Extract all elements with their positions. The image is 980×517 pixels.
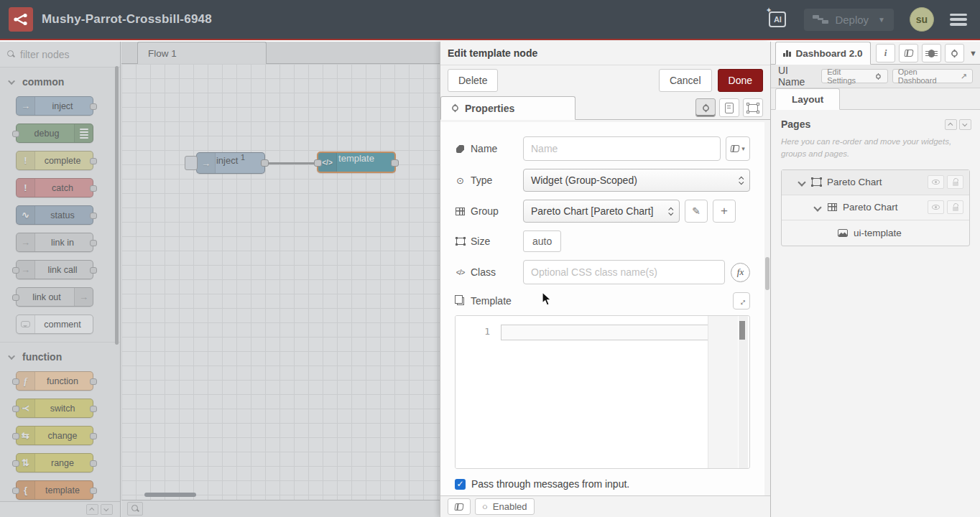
delete-button[interactable]: Delete [448, 69, 498, 92]
main-menu-button[interactable] [950, 14, 967, 26]
tree-row-widget[interactable]: ui-template [782, 220, 969, 246]
palette-node-template[interactable]: { template [16, 480, 93, 500]
input-port [12, 131, 19, 137]
template-field-label: Template [455, 295, 512, 307]
visibility-button[interactable] [928, 200, 944, 214]
output-port[interactable] [261, 159, 269, 167]
ai-assistant-button[interactable]: ✦ AI [767, 9, 788, 30]
input-port [12, 378, 19, 385]
deploy-caret-icon[interactable]: ▼ [878, 16, 885, 24]
output-port [90, 213, 97, 219]
output-port[interactable] [391, 159, 399, 167]
sidebar-menu-caret[interactable]: ▼ [969, 49, 977, 57]
add-group-button[interactable]: + [713, 200, 736, 223]
output-port [90, 488, 97, 494]
description-view-button[interactable] [719, 98, 739, 117]
palette-node-comment[interactable]: comment [16, 315, 93, 334]
unlock-icon [953, 207, 958, 211]
tree-row-page[interactable]: Pareto Chart [782, 170, 969, 195]
visibility-button[interactable] [928, 175, 944, 189]
flow-node-ui-template[interactable]: </> template [317, 152, 396, 173]
palette-scrollbar[interactable] [115, 66, 119, 345]
wire[interactable] [265, 162, 317, 164]
palette-node-status[interactable]: ∿ status [16, 205, 93, 225]
lock-button[interactable] [947, 200, 963, 214]
tray-scrollbar[interactable] [765, 257, 769, 290]
page-icon [812, 178, 821, 186]
name-input[interactable] [523, 136, 721, 161]
input-port [12, 460, 19, 467]
palette-category-function[interactable]: function [0, 343, 120, 365]
canvas-horizontal-scrollbar[interactable] [144, 493, 196, 497]
palette-node-link-call[interactable]: → link call [16, 260, 93, 279]
properties-view-button[interactable] [695, 98, 716, 117]
size-button[interactable]: auto [523, 230, 561, 252]
input-port[interactable] [314, 159, 322, 167]
passthrough-checkbox[interactable]: ✓ [455, 479, 466, 490]
scope-icon: ⊙ [455, 175, 466, 186]
output-port [90, 460, 97, 467]
palette-node-switch[interactable]: Y switch [16, 399, 93, 418]
template-code-editor[interactable]: 1 [455, 315, 750, 469]
tree-row-group[interactable]: Pareto Chart [782, 195, 969, 220]
editor-gutter: 1 [456, 316, 499, 468]
ui-name-row: UI Name Edit Settings Open Dashboard ↗ [771, 65, 980, 88]
group-select[interactable]: Pareto Chart [Pareto Chart] [523, 200, 680, 223]
flow-tab[interactable]: Flow 1 [137, 42, 267, 64]
enabled-toggle-button[interactable]: ○ Enabled [475, 498, 535, 515]
tab-properties[interactable]: Properties [440, 96, 575, 120]
palette-node-change[interactable]: ⇆ change [16, 426, 93, 445]
node-palette: filter nodes common → inject debug ! com… [0, 42, 121, 517]
tab-dashboard-2[interactable]: Dashboard 2.0 [775, 42, 871, 65]
palette-node-link-in[interactable]: → link in [16, 233, 93, 252]
deploy-button[interactable]: Deploy ▼ [804, 9, 894, 31]
edit-settings-button[interactable]: Edit Settings [821, 69, 887, 83]
input-port [12, 433, 19, 439]
palette-node-inject[interactable]: → inject [16, 96, 93, 116]
lock-button[interactable] [947, 175, 963, 189]
config-sidebar-button[interactable] [945, 44, 964, 62]
label-options-button[interactable]: ▾ [726, 136, 750, 161]
output-port [90, 185, 97, 192]
tab-layout[interactable]: Layout [775, 88, 840, 110]
debug-sidebar-button[interactable] [922, 44, 941, 62]
user-avatar[interactable]: su [910, 7, 934, 32]
canvas-search-button[interactable] [127, 502, 143, 516]
fx-button[interactable]: fx [731, 263, 750, 282]
collapse-all-button[interactable] [945, 119, 957, 130]
pages-help-text: Here you can re-order and move your widg… [771, 130, 980, 161]
editor-scrollbar[interactable] [739, 316, 748, 468]
palette-node-complete[interactable]: ! complete [16, 151, 93, 170]
palette-collapse-all-button[interactable] [86, 504, 98, 515]
palette-node-function[interactable]: f function [16, 371, 93, 391]
cancel-button[interactable]: Cancel [659, 69, 712, 92]
palette-node-debug[interactable]: debug [16, 124, 93, 143]
chevron-down-icon[interactable] [798, 178, 805, 186]
class-input[interactable] [523, 260, 725, 284]
help-sidebar-button[interactable] [899, 44, 918, 62]
palette-node-link-out[interactable]: → link out [16, 287, 93, 307]
edit-group-button[interactable]: ✎ [685, 200, 708, 223]
node-help-button[interactable] [448, 498, 471, 515]
editor-active-line[interactable] [501, 325, 716, 340]
code-icon: </> [455, 269, 466, 276]
palette-node-range[interactable]: ⇅ range [16, 453, 93, 472]
palette-category-common[interactable]: common [0, 67, 120, 90]
palette-node-catch[interactable]: ! catch [16, 178, 93, 197]
chevron-down-icon[interactable] [813, 203, 821, 211]
input-port [12, 294, 19, 301]
done-button[interactable]: Done [718, 69, 763, 92]
expand-editor-button[interactable]: ↔ [733, 292, 750, 309]
open-dashboard-button[interactable]: Open Dashboard ↗ [892, 69, 973, 83]
flow-node-inject[interactable]: → inject 1 [196, 152, 265, 174]
palette-search[interactable]: filter nodes [0, 42, 120, 67]
appearance-view-button[interactable] [743, 98, 763, 117]
palette-expand-all-button[interactable] [101, 504, 113, 515]
expand-all-button[interactable] [959, 119, 971, 130]
pages-title: Pages [781, 118, 810, 130]
flow-canvas[interactable]: → inject 1 </> template [121, 64, 440, 500]
info-sidebar-button[interactable]: i [876, 44, 895, 62]
inject-trigger-button[interactable] [185, 156, 198, 170]
type-select[interactable]: Widget (Group-Scoped) [523, 169, 750, 192]
canvas-footer [121, 500, 440, 517]
